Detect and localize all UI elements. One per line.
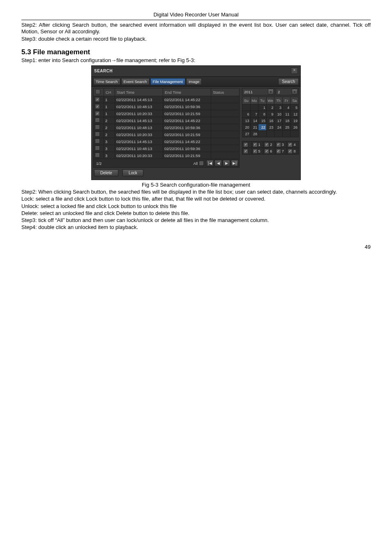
calendar-day[interactable]: 7 xyxy=(250,111,258,118)
channel-cell[interactable]: ✓3 xyxy=(275,141,287,148)
calendar-day[interactable]: 8 xyxy=(258,111,267,118)
calendar-day[interactable]: 6 xyxy=(242,111,251,118)
first-page-button[interactable]: |◀ xyxy=(206,160,214,166)
dow-header: Su xyxy=(242,97,251,104)
row-checkbox[interactable]: ✓ xyxy=(95,104,100,109)
select-all-toggle[interactable]: All xyxy=(191,161,205,166)
row-checkbox[interactable] xyxy=(95,153,100,157)
cell-start: 02/22/2011 10:20:33 xyxy=(115,152,163,159)
channel-cell[interactable]: ✓5 xyxy=(251,148,263,155)
lock-button[interactable]: Lock xyxy=(122,169,143,176)
section-heading: 5.3 File management xyxy=(21,48,371,56)
calendar-day[interactable]: 4 xyxy=(282,104,291,111)
year-dropdown[interactable]: 2011 ▼ xyxy=(242,88,275,95)
channel-checkbox[interactable]: ✓ xyxy=(276,149,281,154)
channel-label: 3 xyxy=(282,143,284,147)
calendar-day[interactable]: 26 xyxy=(291,124,299,131)
calendar-day[interactable]: 15 xyxy=(258,118,267,124)
channel-cell[interactable]: ✓1 xyxy=(251,141,263,148)
month-value: 2 xyxy=(278,90,280,94)
calendar-day[interactable]: 16 xyxy=(266,118,274,124)
channel-checkbox[interactable]: ✓ xyxy=(264,142,269,147)
cell-end: 02/22/2011 10:59:36 xyxy=(163,103,211,110)
row-checkbox[interactable] xyxy=(95,146,100,150)
row-checkbox[interactable] xyxy=(95,125,100,130)
row-checkbox[interactable]: ✓ xyxy=(95,111,100,116)
table-row[interactable]: ✓102/22/2011 10:20:3302/22/2011 10:21:59 xyxy=(94,110,240,117)
calendar-day[interactable]: 25 xyxy=(282,124,291,131)
calendar-day[interactable]: 28 xyxy=(250,131,258,137)
calendar-day[interactable]: 5 xyxy=(291,104,299,111)
channel-cell[interactable]: ✓7 xyxy=(275,148,287,155)
month-dropdown[interactable]: 2 ▼ xyxy=(276,88,299,95)
channel-label: 5 xyxy=(258,149,261,153)
col-ch: CH xyxy=(104,88,115,96)
body-text: Lock: select a file and click Lock butto… xyxy=(21,196,371,202)
calendar-day[interactable]: 12 xyxy=(291,111,299,118)
table-row[interactable]: ✓102/22/2011 10:48:1302/22/2011 10:59:36 xyxy=(94,103,240,110)
calendar-day[interactable]: 11 xyxy=(282,111,291,118)
row-checkbox[interactable]: ✓ xyxy=(95,97,100,102)
channel-cell[interactable]: ✓8 xyxy=(287,148,299,155)
calendar-day[interactable]: 19 xyxy=(291,118,299,124)
select-all-checkbox[interactable] xyxy=(95,89,100,94)
dow-header: We xyxy=(266,97,274,104)
channel-checkbox[interactable]: ✓ xyxy=(253,149,258,154)
channel-cell[interactable]: ✓4 xyxy=(287,141,299,148)
table-row[interactable]: 302/22/2011 10:48:1302/22/2011 10:59:36 xyxy=(94,145,240,152)
table-row[interactable]: ✓102/22/2011 14:45:1302/22/2011 14:45:22 xyxy=(94,96,240,103)
channel-checkbox[interactable]: ✓ xyxy=(264,149,269,154)
col-status: Status xyxy=(211,88,240,96)
table-row[interactable]: 302/22/2011 10:20:3302/22/2011 10:21:59 xyxy=(94,152,240,159)
tab-file-management[interactable]: File Management xyxy=(150,78,185,85)
next-page-button[interactable]: ▶ xyxy=(223,160,230,166)
divider xyxy=(21,20,371,20)
search-button[interactable]: Search xyxy=(278,78,299,85)
calendar-day[interactable]: 1 xyxy=(258,104,267,111)
table-row[interactable]: 202/22/2011 10:20:3302/22/2011 10:21:59 xyxy=(94,131,240,138)
row-checkbox[interactable] xyxy=(95,118,100,123)
calendar-day[interactable]: 27 xyxy=(242,131,251,137)
row-checkbox[interactable] xyxy=(95,139,100,143)
cell-status xyxy=(211,152,240,159)
tab-time-search[interactable]: Time Search xyxy=(93,78,120,85)
all-checkbox[interactable] xyxy=(199,161,204,166)
channel-checkbox[interactable]: ✓ xyxy=(288,149,293,154)
calendar-day[interactable]: 3 xyxy=(274,104,283,111)
calendar-day[interactable]: 13 xyxy=(242,118,251,124)
delete-button[interactable]: Delete xyxy=(94,169,118,176)
calendar-day[interactable]: 10 xyxy=(274,111,283,118)
table-row[interactable]: 202/22/2011 14:45:1302/22/2011 14:45:22 xyxy=(94,117,240,124)
calendar-day[interactable]: 2 xyxy=(266,104,274,111)
row-checkbox[interactable] xyxy=(95,132,100,136)
calendar-day[interactable]: 14 xyxy=(250,118,258,124)
tab-image[interactable]: Image xyxy=(186,78,202,85)
channel-cell[interactable]: ✓ xyxy=(242,141,252,148)
calendar-day[interactable]: 23 xyxy=(266,124,274,131)
last-page-button[interactable]: ▶| xyxy=(231,160,238,166)
tab-event-search[interactable]: Event Search xyxy=(121,78,150,85)
channel-cell[interactable]: ✓6 xyxy=(263,148,275,155)
calendar-day[interactable]: 9 xyxy=(266,111,274,118)
table-row[interactable]: 302/22/2011 14:45:1302/22/2011 14:45:22 xyxy=(94,138,240,145)
prev-page-button[interactable]: ◀ xyxy=(214,160,222,166)
body-text: Step2: After clicking Search button, the… xyxy=(21,22,371,35)
channel-cell[interactable]: ✓2 xyxy=(263,141,275,148)
calendar-day[interactable]: 18 xyxy=(282,118,291,124)
channel-checkbox[interactable]: ✓ xyxy=(276,142,281,147)
calendar-day[interactable]: 20 xyxy=(242,124,251,131)
calendar-day[interactable]: 17 xyxy=(274,118,283,124)
cell-ch: 1 xyxy=(104,96,115,103)
table-row[interactable]: 202/22/2011 10:48:1302/22/2011 10:59:36 xyxy=(94,124,240,131)
calendar-day[interactable]: 24 xyxy=(274,124,283,131)
channel-cell[interactable]: ✓ xyxy=(242,148,252,155)
channel-checkbox[interactable]: ✓ xyxy=(253,142,258,147)
channel-label: 8 xyxy=(293,149,295,153)
channel-checkbox[interactable]: ✓ xyxy=(243,149,248,154)
channel-checkbox[interactable]: ✓ xyxy=(288,142,293,147)
channel-checkbox[interactable]: ✓ xyxy=(243,142,248,147)
close-button[interactable]: × xyxy=(291,67,298,74)
calendar-day[interactable]: 22 xyxy=(258,124,267,131)
channel-grid: ✓✓1✓2✓3✓4✓✓5✓6✓7✓8 xyxy=(242,141,299,155)
calendar-day[interactable]: 21 xyxy=(250,124,258,131)
